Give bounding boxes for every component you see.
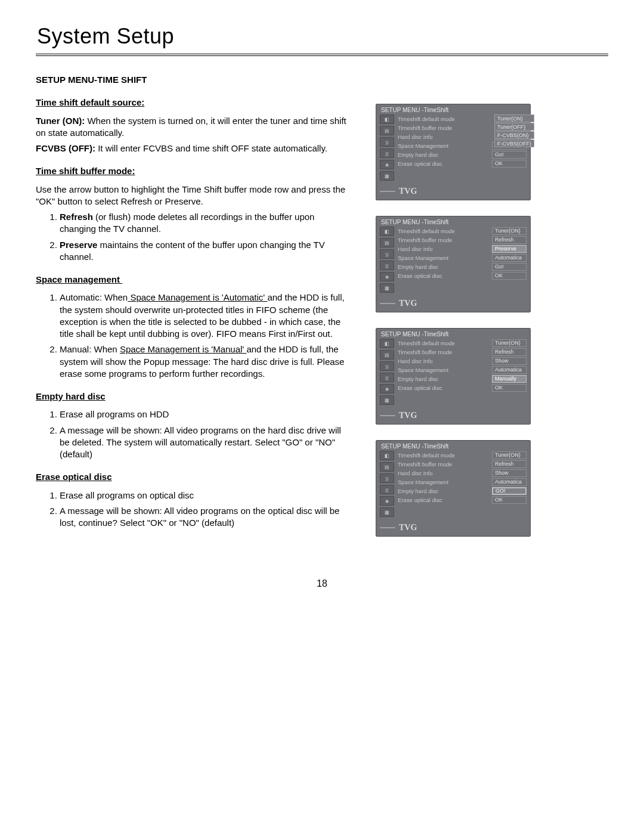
- menu-value[interactable]: GO!: [492, 487, 527, 495]
- heading-erase: Erase optical disc: [36, 471, 352, 483]
- tvg-logo: TVG: [399, 187, 417, 196]
- menu-value[interactable]: Tuner(ON): [492, 227, 527, 235]
- list-erase: Erase all programs on optical disc A mes…: [36, 490, 352, 529]
- screenshot-title: SETUP MENU -TimeShift: [376, 441, 530, 451]
- tvg-logo: TVG: [399, 523, 417, 532]
- heading-default-source: Time shift default source:: [36, 97, 352, 109]
- menu-value[interactable]: Show: [492, 469, 527, 477]
- screenshots-column: SETUP MENU -TimeShift ◧ ▤ )) (( ◈ ▦ Time…: [376, 74, 531, 537]
- popup-option[interactable]: F-CVBS(OFF): [494, 140, 534, 147]
- menu-value[interactable]: Preserve: [492, 245, 527, 253]
- menu-value[interactable]: Go!: [492, 151, 527, 159]
- screenshot-title: SETUP MENU -TimeShift: [376, 329, 530, 339]
- menu-value[interactable]: OK: [492, 272, 527, 280]
- menu-value[interactable]: Refresh: [492, 348, 527, 356]
- tvg-logo: TVG: [399, 299, 417, 308]
- label-tuner-on: Tuner (ON):: [36, 116, 87, 126]
- page-title: System Setup: [37, 24, 608, 49]
- screenshot-title: SETUP MENU -TimeShift: [376, 216, 530, 227]
- label-fcvbs-off: FCVBS (OFF):: [36, 143, 98, 153]
- page-number: 18: [36, 578, 608, 589]
- popup-option[interactable]: F-CVBS(ON): [494, 131, 534, 139]
- menu-value[interactable]: Manually: [492, 375, 527, 383]
- menu-item[interactable]: Erase optical disc: [398, 272, 492, 279]
- item-erase-2: A message will be shown: All video progr…: [60, 505, 352, 529]
- menu-item[interactable]: Erase optical disc: [398, 160, 492, 167]
- menu-item[interactable]: Timeshift buffer mode: [398, 237, 492, 243]
- nav-icon: )): [380, 137, 394, 147]
- menu-item[interactable]: Erase optical disc: [398, 385, 492, 391]
- menu-value[interactable]: Tuner(ON): [492, 339, 527, 347]
- screenshot-title: SETUP MENU -TimeShift: [376, 104, 530, 114]
- menu-value[interactable]: OK: [492, 384, 527, 392]
- menu-value[interactable]: Automatica: [492, 366, 527, 374]
- screenshot-1: SETUP MENU -TimeShift ◧ ▤ )) (( ◈ ▦ Time…: [376, 104, 531, 200]
- menu-value[interactable]: Go!: [492, 263, 527, 271]
- menu-value[interactable]: Refresh: [492, 236, 527, 244]
- tvg-logo: TVG: [399, 411, 417, 420]
- menu-item[interactable]: Empty hard disc: [398, 488, 492, 494]
- heading-empty: Empty hard disc: [36, 391, 352, 402]
- item-preserve: Preserve maintains the content of the bu…: [60, 239, 352, 264]
- section-title: SETUP MENU-TIME SHIFT: [36, 74, 352, 86]
- menu-item[interactable]: Timeshift default mode: [398, 452, 492, 459]
- menu-value[interactable]: OK: [492, 496, 527, 504]
- list-empty: Erase all programs on HDD A message will…: [36, 408, 352, 460]
- menu-item[interactable]: Timeshift default mode: [398, 228, 492, 234]
- menu-value[interactable]: Automatica: [492, 254, 527, 262]
- screenshot-icon-column: ◧ ▤ )) (( ◈ ▦: [380, 114, 394, 181]
- item-space-auto: Automatic: When Space Management is 'Aut…: [60, 292, 352, 340]
- text-fcvbs-off: It will enter FCVBS and time shift OFF s…: [98, 143, 327, 153]
- menu-item[interactable]: Hard disc Info: [398, 358, 492, 364]
- nav-icon: ◈: [380, 160, 394, 169]
- menu-item[interactable]: Hard disc Info: [398, 246, 492, 252]
- menu-item[interactable]: Space Management: [398, 255, 492, 261]
- nav-icon: ((: [380, 148, 394, 158]
- menu-item[interactable]: Empty hard disc: [398, 151, 492, 158]
- menu-item[interactable]: Empty hard disc: [398, 376, 492, 382]
- heading-buffer-mode: Time shift buffer mode:: [36, 165, 352, 177]
- menu-value[interactable]: Automatica: [492, 478, 527, 486]
- menu-item[interactable]: Timeshift default mode: [398, 340, 492, 346]
- label-preserve: Preserve: [60, 240, 100, 250]
- list-buffer-mode: Refresh (or flush) mode deletes all reco…: [36, 211, 352, 263]
- menu-item[interactable]: Space Management: [398, 143, 492, 149]
- list-space: Automatic: When Space Management is 'Aut…: [36, 292, 352, 380]
- item-erase-1: Erase all programs on optical disc: [60, 490, 352, 501]
- menu-item[interactable]: Space Management: [398, 479, 492, 485]
- item-empty-1: Erase all programs on HDD: [60, 408, 352, 420]
- heading-space: Space management: [36, 274, 352, 286]
- menu-item[interactable]: Timeshift buffer mode: [398, 461, 492, 467]
- menu-item[interactable]: Space Management: [398, 367, 492, 373]
- popup-option[interactable]: Tuner(OFF): [494, 123, 534, 131]
- menu-value[interactable]: OK: [492, 160, 527, 168]
- menu-item[interactable]: Empty hard disc: [398, 264, 492, 270]
- nav-icon: ▦: [380, 171, 394, 181]
- menu-value[interactable]: Tuner(ON): [492, 451, 527, 459]
- menu-item[interactable]: Erase optical disc: [398, 497, 492, 503]
- text-preserve: maintains the content of the buffer upon…: [60, 240, 325, 262]
- menu-item[interactable]: Timeshift buffer mode: [398, 349, 492, 355]
- text-refresh: (or flush) mode deletes all recordings i…: [60, 212, 314, 234]
- content-column: SETUP MENU-TIME SHIFT Time shift default…: [36, 74, 352, 532]
- popup-option[interactable]: Tuner(ON): [494, 114, 534, 122]
- item-space-manual: Manual: When Space Management is 'Manual…: [60, 343, 352, 380]
- menu-value[interactable]: Show: [492, 357, 527, 365]
- menu-value[interactable]: Refresh: [492, 460, 527, 468]
- screenshot-3: SETUP MENU -TimeShift ◧▤))((◈▦ Timeshift…: [376, 328, 531, 425]
- label-refresh: Refresh: [60, 212, 95, 222]
- para-fcvbs: FCVBS (OFF): It will enter FCVBS and tim…: [36, 143, 352, 154]
- nav-icon: ◧: [380, 114, 394, 124]
- title-rule: [36, 54, 608, 56]
- nav-icon: ▤: [380, 126, 394, 135]
- item-refresh: Refresh (or flush) mode deletes all reco…: [60, 211, 352, 236]
- item-empty-2: A message will be shown: All video progr…: [60, 425, 352, 461]
- para-tuner: Tuner (ON): When the system is turned on…: [36, 115, 352, 140]
- screenshot-2: SETUP MENU -TimeShift ◧▤))((◈▦ Timeshift…: [376, 216, 531, 312]
- para-buffer-intro: Use the arrow button to highlight the Ti…: [36, 184, 352, 208]
- menu-item[interactable]: Hard disc Info: [398, 470, 492, 476]
- screenshot-4: SETUP MENU -TimeShift ◧▤))((◈▦ Timeshift…: [376, 440, 531, 537]
